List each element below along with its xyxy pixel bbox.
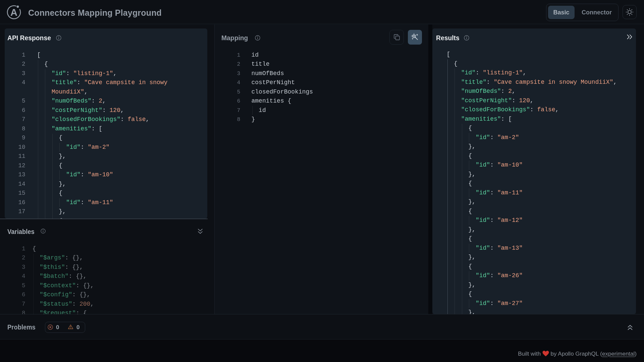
- svg-text:A: A: [10, 7, 17, 18]
